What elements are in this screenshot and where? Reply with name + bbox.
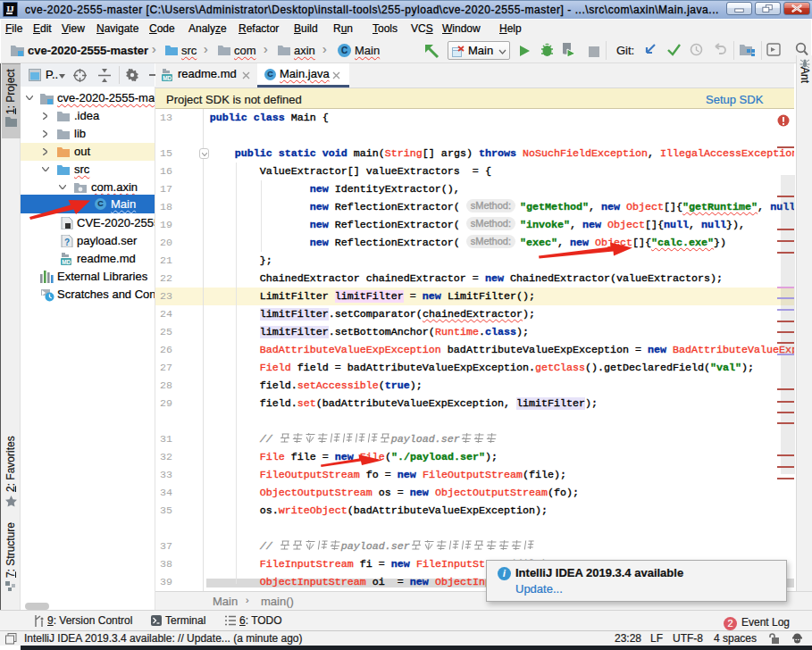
svg-text:?: ? bbox=[64, 238, 70, 247]
svg-text:MD: MD bbox=[163, 75, 172, 81]
svg-text:MD: MD bbox=[62, 259, 71, 265]
